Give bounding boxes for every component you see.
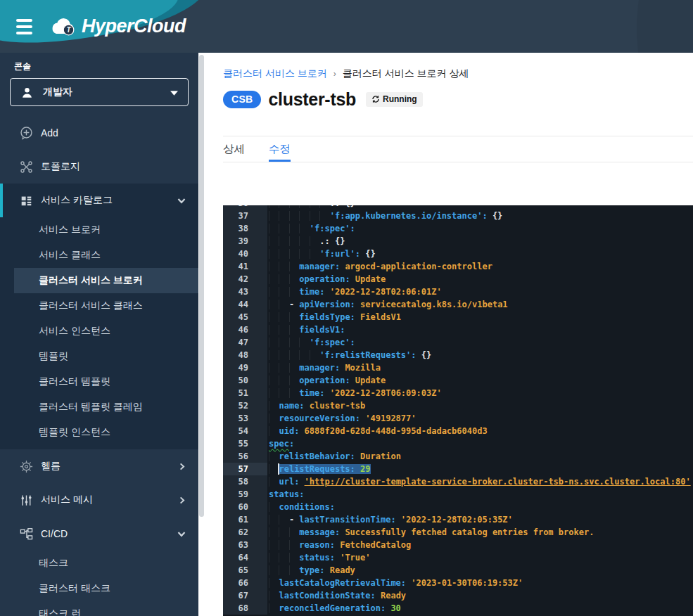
line-content: fieldsV1: [267, 323, 693, 336]
sidebar-subitem[interactable]: 서비스 브로커 [0, 217, 198, 243]
line-number: 44 [223, 298, 267, 311]
yaml-editor[interactable]: 36 .: {}37 'f:app.kubernetes.io/instance… [223, 205, 693, 616]
line-number: 59 [223, 488, 267, 501]
resource-name: cluster-tsb [268, 89, 356, 110]
sidebar-subitem[interactable]: 클러스터 서비스 클래스 [0, 293, 198, 319]
sidebar-subitem[interactable]: 서비스 인스턴스 [0, 319, 198, 344]
editor-line: 39 .: {} [223, 235, 693, 248]
page-scrollbar-thumb[interactable] [199, 55, 204, 517]
line-number: 60 [223, 501, 267, 513]
line-number: 63 [223, 539, 267, 551]
brand-name: HyperCloud [82, 15, 186, 37]
line-content: resourceVersion: '49192877' [267, 412, 693, 425]
line-content: operation: Update [267, 374, 693, 387]
line-content: relistBehavior: Duration [267, 450, 693, 463]
line-number: 39 [223, 235, 267, 248]
line-number: 51 [223, 387, 267, 399]
line-number: 48 [223, 349, 267, 361]
tab-inactive[interactable]: 상세 [223, 136, 245, 162]
nav-section-topology: 토폴로지 [0, 150, 198, 184]
sidebar-item-service-catalog[interactable]: 서비스 카탈로그 [0, 184, 198, 217]
line-content: 'f:url': {} [267, 248, 693, 260]
status-label: Running [383, 94, 417, 104]
editor-line: 50 operation: Update [223, 374, 693, 387]
breadcrumb-link[interactable]: 클러스터 서비스 브로커 [223, 68, 327, 80]
sidebar-subitem[interactable]: 클러스터 태스크 [0, 576, 198, 601]
sync-icon [371, 95, 380, 103]
nav-section-add: Add [0, 116, 198, 150]
line-content: status: 'True' [267, 551, 693, 564]
sidebar-subitem[interactable]: 템플릿 [0, 344, 198, 369]
nav-section-cicd: CI/CD태스크클러스터 태스크태스크 런 [0, 517, 198, 616]
cicd-icon [18, 527, 34, 541]
editor-line: 62 message: Successfully fetched catalog… [223, 526, 693, 539]
sidebar-subitem[interactable]: 클러스터 서비스 브로커 [14, 268, 198, 293]
menu-toggle-icon[interactable] [16, 19, 32, 34]
header-corner-decoration [637, 0, 693, 53]
sidebar-subitem[interactable]: 템플릿 인스턴스 [0, 420, 198, 445]
editor-line: 43 time: '2022-12-28T02:06:01Z' [223, 285, 693, 298]
nav-section-helm: 헬름 [0, 449, 198, 483]
line-content: operation: Update [267, 273, 693, 285]
line-number: 64 [223, 551, 267, 564]
line-content: 'f:spec': [267, 222, 693, 235]
editor-line: 38 'f:spec': [223, 222, 693, 235]
status-badge: Running [366, 92, 423, 107]
main-content: 클러스터 서비스 브로커 › 클러스터 서비스 브로커 상세 CSB clust… [205, 53, 693, 616]
editor-line: 54 uid: 6888f20d-628d-448d-995d-dadacb60… [223, 425, 693, 437]
app-header: T HyperCloud [0, 0, 693, 53]
line-number: 65 [223, 564, 267, 577]
sidebar-item-cicd[interactable]: CI/CD [0, 517, 198, 551]
editor-line: 66 lastCatalogRetrievalTime: '2023-01-30… [223, 577, 693, 589]
editor-line: 47 'f:spec': [223, 336, 693, 349]
line-content: time: '2022-12-28T02:06:01Z' [267, 285, 693, 298]
editor-line: 56 relistBehavior: Duration [223, 450, 693, 463]
editor-line: 45 fieldsType: FieldsV1 [223, 311, 693, 323]
sidebar-item-add[interactable]: Add [0, 116, 198, 150]
editor-line: 61 - lastTransitionTime: '2022-12-28T02:… [223, 513, 693, 526]
line-number: 68 [223, 602, 267, 615]
sidebar-subitem[interactable]: 태스크 [0, 551, 198, 576]
line-number: 57 [223, 463, 267, 475]
editor-line: 58 url: 'http://cluster-template-service… [223, 475, 693, 488]
svg-text:T: T [66, 26, 71, 34]
sidebar-item-helm[interactable]: 헬름 [0, 449, 198, 483]
sidebar-item-topology[interactable]: 토폴로지 [0, 150, 198, 184]
editor-line: 46 fieldsV1: [223, 323, 693, 336]
line-content: spec: [267, 437, 693, 450]
line-content: manager: Mozilla [267, 361, 693, 374]
sidebar-item-service-mesh[interactable]: 서비스 메시 [0, 483, 198, 517]
perspective-dropdown[interactable]: 개발자 [10, 78, 189, 106]
line-number: 52 [223, 399, 267, 412]
tab-active[interactable]: 수정 [269, 136, 291, 162]
line-content: lastCatalogRetrievalTime: '2023-01-30T06… [267, 577, 693, 589]
sidebar-subitem[interactable]: 서비스 클래스 [0, 243, 198, 268]
line-number: 67 [223, 589, 267, 602]
line-number: 54 [223, 425, 267, 437]
line-number: 47 [223, 336, 267, 349]
line-content: manager: argocd-application-controller [267, 260, 693, 273]
line-content: type: Ready [267, 564, 693, 577]
editor-line: 41 manager: argocd-application-controlle… [223, 260, 693, 273]
sidebar-item-label: CI/CD [41, 528, 68, 539]
sidebar-subitem[interactable]: 클러스터 템플릿 클레임 [0, 394, 198, 420]
breadcrumb: 클러스터 서비스 브로커 › 클러스터 서비스 브로커 상세 [223, 68, 469, 80]
breadcrumb-current: 클러스터 서비스 브로커 상세 [343, 68, 469, 80]
sidebar-subitem[interactable]: 클러스터 템플릿 [0, 369, 198, 394]
chevron-right-icon [178, 463, 186, 470]
sidebar-item-label: 헬름 [41, 460, 61, 473]
line-number: 45 [223, 311, 267, 323]
sidebar-subitem[interactable]: 태스크 런 [0, 601, 198, 616]
cloud-logo-icon: T [48, 16, 79, 37]
line-number: 41 [223, 260, 267, 273]
editor-line: 53 resourceVersion: '49192877' [223, 412, 693, 425]
editor-line: 52 name: cluster-tsb [223, 399, 693, 412]
brand-logo[interactable]: T HyperCloud [48, 15, 186, 37]
console-label: 콘솔 [14, 60, 198, 72]
resource-kind-badge: CSB [223, 91, 261, 108]
line-number: 49 [223, 361, 267, 374]
line-content: 'f:app.kubernetes.io/instance': {} [267, 210, 693, 222]
chevron-down-icon [177, 196, 186, 205]
sidebar-item-label: 서비스 메시 [41, 494, 93, 506]
page: T HyperCloud 콘솔 개발자 Add토폴로지서비스 카탈로그서비스 브… [0, 0, 693, 616]
